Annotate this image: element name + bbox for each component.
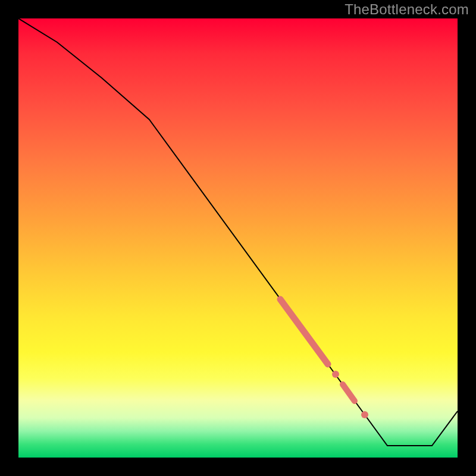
chart-svg xyxy=(18,18,458,458)
highlight-group xyxy=(280,299,368,418)
highlight-long xyxy=(280,299,328,364)
dot-lower xyxy=(361,411,368,418)
curve-group xyxy=(18,18,458,446)
dot-upper xyxy=(332,371,339,378)
plot-area xyxy=(18,18,458,458)
main-curve xyxy=(18,18,458,446)
highlight-mid xyxy=(343,384,355,401)
watermark-text: TheBottleneck.com xyxy=(345,1,469,18)
chart-stage: TheBottleneck.com xyxy=(0,0,476,476)
